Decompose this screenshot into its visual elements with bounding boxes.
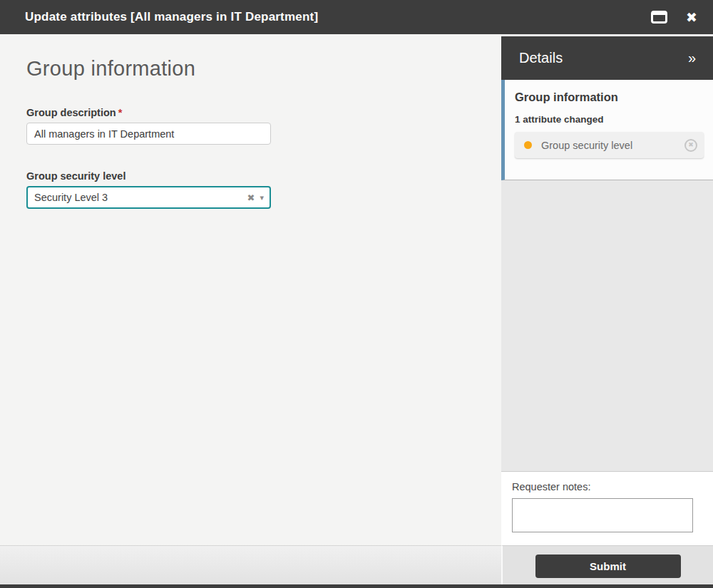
requester-notes-input[interactable] bbox=[512, 498, 693, 532]
group-description-field-group: Group description* bbox=[26, 107, 501, 145]
clear-selection-icon[interactable]: ✖ bbox=[247, 192, 255, 203]
group-security-level-label: Group security level bbox=[26, 170, 501, 182]
details-header: Details » bbox=[501, 36, 713, 80]
group-security-level-field-group: Group security level Security Level 3 ✖ … bbox=[26, 170, 501, 209]
group-description-label: Group description* bbox=[26, 107, 501, 118]
chevron-down-icon[interactable]: ▾ bbox=[260, 193, 264, 202]
changed-attribute-item[interactable]: Group security level ✖ bbox=[515, 132, 704, 158]
details-panel-filler bbox=[501, 180, 713, 472]
dropdown-selected-value: Security Level 3 bbox=[34, 192, 247, 203]
requester-notes-section: Requester notes: bbox=[501, 472, 713, 545]
page-title: Group information bbox=[26, 57, 501, 81]
dialog-body: Group information Group description* Gro… bbox=[0, 34, 713, 584]
close-icon[interactable]: ✖ bbox=[686, 11, 697, 24]
changed-status-dot-icon bbox=[524, 141, 532, 149]
details-panel: Details » Group information 1 attribute … bbox=[501, 34, 713, 584]
form-footer-bar bbox=[0, 545, 501, 584]
requester-notes-label: Requester notes: bbox=[512, 481, 713, 492]
changed-attribute-label: Group security level bbox=[541, 140, 684, 151]
group-security-level-dropdown[interactable]: Security Level 3 ✖ ▾ bbox=[26, 186, 271, 209]
details-title: Details bbox=[519, 50, 688, 66]
form-panel: Group information Group description* Gro… bbox=[0, 34, 501, 584]
changes-section: Group information 1 attribute changed Gr… bbox=[501, 80, 713, 180]
changes-section-title: Group information bbox=[515, 91, 704, 104]
changes-summary: 1 attribute changed bbox=[515, 114, 704, 125]
group-description-input[interactable] bbox=[26, 123, 271, 145]
dialog-title: Update attributes [All managers in IT De… bbox=[0, 10, 651, 24]
collapse-panel-icon[interactable]: » bbox=[688, 50, 696, 66]
form-content: Group information Group description* Gro… bbox=[0, 34, 501, 545]
maximize-icon[interactable] bbox=[651, 11, 667, 24]
bottom-edge-bar bbox=[0, 584, 713, 588]
update-attributes-dialog: Update attributes [All managers in IT De… bbox=[0, 0, 713, 588]
group-description-label-text: Group description bbox=[26, 107, 116, 118]
titlebar-actions: ✖ bbox=[651, 11, 713, 24]
required-asterisk: * bbox=[118, 107, 123, 118]
submit-footer-bar: Submit bbox=[501, 545, 713, 584]
dialog-titlebar: Update attributes [All managers in IT De… bbox=[0, 0, 713, 34]
revert-change-icon[interactable]: ✖ bbox=[684, 139, 697, 152]
submit-button[interactable]: Submit bbox=[535, 555, 681, 578]
